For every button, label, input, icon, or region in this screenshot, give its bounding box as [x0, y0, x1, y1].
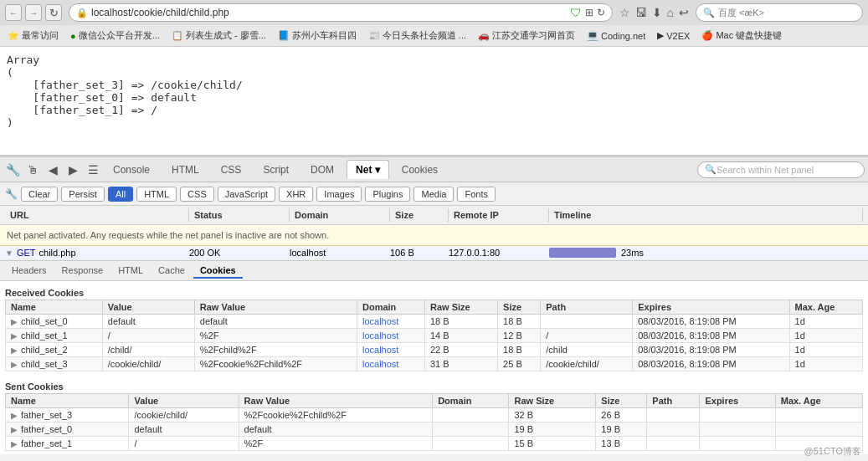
th-value: Value [129, 394, 239, 408]
net-column-headers: URL Status Domain Size Remote IP Timelin… [0, 206, 868, 225]
cookie-name: ▶child_set_3 [6, 357, 103, 371]
back-button[interactable]: ← [5, 4, 22, 21]
page-content: Array ( [father_set_3] => /cookie/child/… [0, 47, 868, 156]
timeline-ms: 23ms [621, 248, 644, 258]
filter-html[interactable]: HTML [136, 187, 177, 202]
tab-script[interactable]: Script [254, 160, 298, 179]
th-size: Size [596, 394, 647, 408]
download-icon[interactable]: ⬇ [652, 6, 662, 19]
th-name: Name [6, 300, 103, 315]
cookie-name: ▶father_set_1 [6, 437, 129, 451]
tab-cookies[interactable]: Cookies [393, 160, 447, 179]
cookie-value: / [129, 437, 239, 451]
download-save-icon[interactable]: 🖫 [635, 6, 647, 19]
net-request-row[interactable]: ▼ GET child.php 200 OK localhost 106 B 1… [0, 246, 868, 260]
col-url: URL [5, 208, 189, 222]
bookmark-jiangsu[interactable]: 🚗 江苏交通学习网首页 [475, 28, 578, 43]
filter-javascript[interactable]: JavaScript [218, 187, 275, 202]
cookie-expires: 08/03/2016, 8:19:08 PM [633, 357, 789, 371]
received-cookies-table: Name Value Raw Value Domain Raw Size Siz… [5, 300, 863, 371]
cookie-raw-value: %2F [239, 437, 433, 451]
filter-images[interactable]: Images [316, 187, 362, 202]
filter-all[interactable]: All [108, 187, 133, 202]
filter-plugins[interactable]: Plugins [365, 187, 410, 202]
sent-cookie-row[interactable]: ▶father_set_1 / %2F 15 B 13 B [6, 437, 863, 451]
cookie-expires: 08/03/2016, 8:19:08 PM [633, 329, 789, 343]
devtools-inspect-icon[interactable]: 🖱 [23, 161, 42, 179]
bookmark-label: 列表生成式 - 廖雪... [186, 29, 266, 42]
secure-icon: 🔒 [76, 8, 88, 18]
sub-tab-response[interactable]: Response [55, 264, 110, 279]
tab-console[interactable]: Console [104, 160, 159, 179]
cookie-max-age [775, 408, 862, 423]
devtools-settings-icon[interactable]: 🔧 [3, 161, 22, 179]
bookmark-coding[interactable]: 💻 Coding.net [584, 29, 648, 42]
bookmark-mac-shortcuts[interactable]: 🍎 Mac 键盘快捷键 [699, 28, 784, 43]
bookmark-v2ex[interactable]: ▶ V2EX [655, 29, 692, 42]
cookie-expires [700, 408, 775, 423]
sent-cookie-row[interactable]: ▶father_set_3 /cookie/child/ %2Fcookie%2… [6, 408, 863, 423]
received-cookie-row[interactable]: ▶child_set_0 default default localhost 1… [6, 315, 863, 329]
tab-css[interactable]: CSS [212, 160, 251, 179]
bookmark-suzhou[interactable]: 📘 苏州小车科目四 [275, 28, 359, 43]
filter-fonts[interactable]: Fonts [457, 187, 496, 202]
request-method: GET [17, 248, 36, 258]
received-cookie-row[interactable]: ▶child_set_1 / %2F localhost 14 B 12 B /… [6, 329, 863, 343]
bookmark-list[interactable]: 📋 列表生成式 - 廖雪... [169, 28, 269, 43]
bookmark-toutiao[interactable]: 📰 今日头条社会频道 ... [366, 28, 469, 43]
filter-icon: 🔧 [5, 188, 18, 200]
address-text: localhost/cookie/child/child.php [91, 7, 567, 18]
th-expires: Expires [633, 300, 789, 315]
devtools-next-icon[interactable]: ▶ [64, 161, 82, 179]
sub-tab-headers[interactable]: Headers [5, 264, 54, 279]
bookmark-label: Mac 键盘快捷键 [716, 29, 782, 42]
sub-tab-cookies[interactable]: Cookies [193, 264, 243, 279]
tab-html[interactable]: HTML [162, 160, 208, 179]
home-icon[interactable]: ⌂ [667, 6, 674, 19]
sub-panel: Headers Response HTML Cache Cookies Rece… [0, 260, 868, 454]
col-size: Size [390, 208, 449, 222]
th-raw-value: Raw Value [239, 394, 433, 408]
filter-xhr[interactable]: XHR [279, 187, 313, 202]
sub-tab-cache[interactable]: Cache [152, 264, 192, 279]
tab-net[interactable]: Net ▾ [347, 160, 389, 179]
refresh-button[interactable]: ↻ [45, 4, 62, 21]
devtools-prev-icon[interactable]: ◀ [44, 161, 62, 179]
expand-arrow-icon[interactable]: ▼ [5, 248, 13, 258]
th-max-age: Max. Age [789, 300, 862, 315]
toolbar-icons: ☆ 🖫 ⬇ ⌂ ↩ [619, 6, 689, 19]
devtools-menu-icon[interactable]: ☰ [84, 161, 102, 179]
received-cookies-body: ▶child_set_0 default default localhost 1… [6, 315, 863, 371]
received-cookies-section: Received Cookies Name Value Raw Value Do… [0, 281, 868, 375]
reload-icon[interactable]: ↩ [679, 6, 689, 19]
sub-tab-html[interactable]: HTML [111, 264, 150, 279]
th-max-age: Max. Age [775, 394, 862, 408]
received-cookie-row[interactable]: ▶child_set_3 /cookie/child/ %2Fcookie%2F… [6, 357, 863, 371]
coding-icon: 💻 [587, 30, 598, 41]
devtools-search[interactable]: 🔍 Search within Net panel [697, 161, 865, 178]
timeline-bar [549, 248, 616, 258]
cookie-size: 12 B [498, 329, 541, 343]
sent-cookie-row[interactable]: ▶father_set_0 default default 19 B 19 B [6, 423, 863, 437]
filter-media[interactable]: Media [413, 187, 454, 202]
bookmarks-bar: ⭐ 最常访问 ● 微信公众平台开发... 📋 列表生成式 - 廖雪... 📘 苏… [0, 25, 868, 47]
sub-tab-bar: Headers Response HTML Cache Cookies [0, 261, 868, 281]
search-bar[interactable]: 🔍 百度 <æK> [696, 3, 863, 22]
cookie-size: 19 B [596, 423, 647, 437]
cookie-size: 18 B [498, 343, 541, 357]
clear-button[interactable]: Clear [21, 187, 58, 202]
bookmark-frequent[interactable]: ⭐ 最常访问 [5, 28, 61, 43]
cookie-raw-size: 19 B [509, 423, 596, 437]
persist-button[interactable]: Persist [61, 187, 105, 202]
address-bar[interactable]: 🔒 localhost/cookie/child/child.php 🛡 ⊞ ↻ [69, 3, 613, 22]
search-icon: 🔍 [703, 8, 715, 18]
tab-dom[interactable]: DOM [301, 160, 343, 179]
forward-button[interactable]: → [25, 4, 42, 21]
received-cookie-row[interactable]: ▶child_set_2 /child/ %2Fchild%2F localho… [6, 343, 863, 357]
devtools-tabs-left: 🔧 🖱 ◀ ▶ ☰ Console HTML CSS Script DOM Ne… [3, 160, 449, 179]
cookie-path [647, 437, 700, 451]
bookmark-wechat[interactable]: ● 微信公众平台开发... [68, 28, 162, 43]
bookmark-label: 江苏交通学习网首页 [492, 29, 575, 42]
filter-css[interactable]: CSS [180, 187, 214, 202]
star-icon[interactable]: ☆ [619, 6, 630, 19]
